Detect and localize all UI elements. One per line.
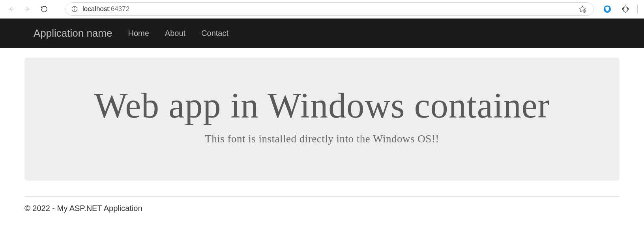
star-add-icon: [578, 5, 586, 13]
nav-link-about[interactable]: About: [165, 29, 185, 38]
nav-links: Home About Contact: [128, 29, 228, 38]
arrow-left-icon: [7, 5, 15, 13]
hero-subtitle: This font is installed directly into the…: [40, 133, 604, 145]
hero-title: Web app in Windows container: [40, 85, 604, 126]
nav-link-contact[interactable]: Contact: [201, 29, 228, 38]
hero-jumbotron: Web app in Windows container This font i…: [24, 58, 620, 181]
arrow-right-icon: [24, 5, 32, 13]
shield-icon: [603, 5, 612, 13]
toolbar-right: [601, 3, 640, 15]
page-content: Web app in Windows container This font i…: [0, 48, 644, 181]
brand-link[interactable]: Application name: [34, 27, 112, 39]
url-port: :64372: [109, 5, 129, 13]
refresh-button[interactable]: [37, 2, 51, 16]
info-icon: [71, 6, 78, 13]
site-navbar: Application name Home About Contact: [0, 19, 644, 48]
refresh-icon: [40, 5, 48, 13]
puzzle-icon: [622, 5, 629, 13]
footer-text: © 2022 - My ASP.NET Application: [0, 197, 644, 213]
site-info-icon[interactable]: [71, 5, 79, 13]
svg-point-2: [74, 7, 75, 8]
url-host: localhost: [82, 5, 109, 13]
nav-link-home[interactable]: Home: [128, 29, 149, 38]
back-button[interactable]: [4, 2, 18, 16]
url-text: localhost:64372: [82, 5, 129, 13]
forward-button[interactable]: [21, 2, 35, 16]
extensions-button[interactable]: [619, 3, 632, 15]
toolbar-divider: [637, 5, 638, 13]
address-bar[interactable]: localhost:64372: [66, 2, 594, 16]
extension-shield-button[interactable]: [601, 3, 614, 15]
favorite-button[interactable]: [576, 3, 589, 15]
browser-toolbar: localhost:64372: [0, 0, 644, 19]
